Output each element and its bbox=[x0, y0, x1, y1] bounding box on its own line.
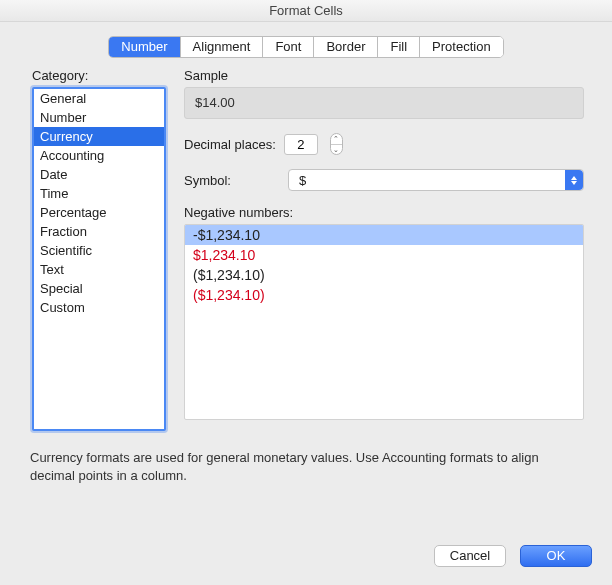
decimal-places-stepper[interactable]: ⌃ ⌄ bbox=[330, 133, 343, 155]
cancel-button[interactable]: Cancel bbox=[434, 545, 506, 567]
negative-format-item[interactable]: ($1,234.10) bbox=[185, 265, 583, 285]
category-list[interactable]: GeneralNumberCurrencyAccountingDateTimeP… bbox=[32, 87, 166, 431]
category-item-fraction[interactable]: Fraction bbox=[34, 222, 164, 241]
sample-display: $14.00 bbox=[184, 87, 584, 119]
window-title: Format Cells bbox=[0, 0, 612, 22]
category-item-accounting[interactable]: Accounting bbox=[34, 146, 164, 165]
negative-format-item[interactable]: ($1,234.10) bbox=[185, 285, 583, 305]
category-item-scientific[interactable]: Scientific bbox=[34, 241, 164, 260]
category-item-custom[interactable]: Custom bbox=[34, 298, 164, 317]
dialog-footer: Cancel OK bbox=[0, 531, 612, 585]
category-label: Category: bbox=[32, 68, 166, 83]
category-item-general[interactable]: General bbox=[34, 89, 164, 108]
tab-protection[interactable]: Protection bbox=[420, 37, 503, 57]
symbol-select[interactable]: $ bbox=[288, 169, 584, 191]
tabs-row: NumberAlignmentFontBorderFillProtection bbox=[0, 36, 612, 58]
symbol-select-value: $ bbox=[299, 173, 306, 188]
format-cells-dialog: Format Cells NumberAlignmentFontBorderFi… bbox=[0, 0, 612, 585]
category-item-number[interactable]: Number bbox=[34, 108, 164, 127]
decimal-places-label: Decimal places: bbox=[184, 137, 276, 152]
category-item-date[interactable]: Date bbox=[34, 165, 164, 184]
category-item-time[interactable]: Time bbox=[34, 184, 164, 203]
tab-number[interactable]: Number bbox=[109, 37, 180, 57]
symbol-label: Symbol: bbox=[184, 173, 280, 188]
category-item-text[interactable]: Text bbox=[34, 260, 164, 279]
stepper-up-icon[interactable]: ⌃ bbox=[331, 134, 342, 145]
decimal-places-input[interactable] bbox=[284, 134, 318, 155]
category-item-currency[interactable]: Currency bbox=[34, 127, 164, 146]
category-item-special[interactable]: Special bbox=[34, 279, 164, 298]
chevron-updown-icon bbox=[565, 170, 583, 190]
tab-border[interactable]: Border bbox=[314, 37, 378, 57]
negative-format-item[interactable]: $1,234.10 bbox=[185, 245, 583, 265]
sample-label: Sample bbox=[184, 68, 584, 83]
format-description: Currency formats are used for general mo… bbox=[0, 431, 612, 485]
stepper-down-icon[interactable]: ⌄ bbox=[331, 145, 342, 155]
tab-font[interactable]: Font bbox=[263, 37, 314, 57]
negative-numbers-list[interactable]: -$1,234.10$1,234.10($1,234.10)($1,234.10… bbox=[184, 224, 584, 420]
tab-bar: NumberAlignmentFontBorderFillProtection bbox=[108, 36, 503, 58]
tab-alignment[interactable]: Alignment bbox=[181, 37, 264, 57]
tab-fill[interactable]: Fill bbox=[378, 37, 420, 57]
negative-format-item[interactable]: -$1,234.10 bbox=[185, 225, 583, 245]
ok-button[interactable]: OK bbox=[520, 545, 592, 567]
negative-numbers-label: Negative numbers: bbox=[184, 205, 584, 220]
category-item-percentage[interactable]: Percentage bbox=[34, 203, 164, 222]
